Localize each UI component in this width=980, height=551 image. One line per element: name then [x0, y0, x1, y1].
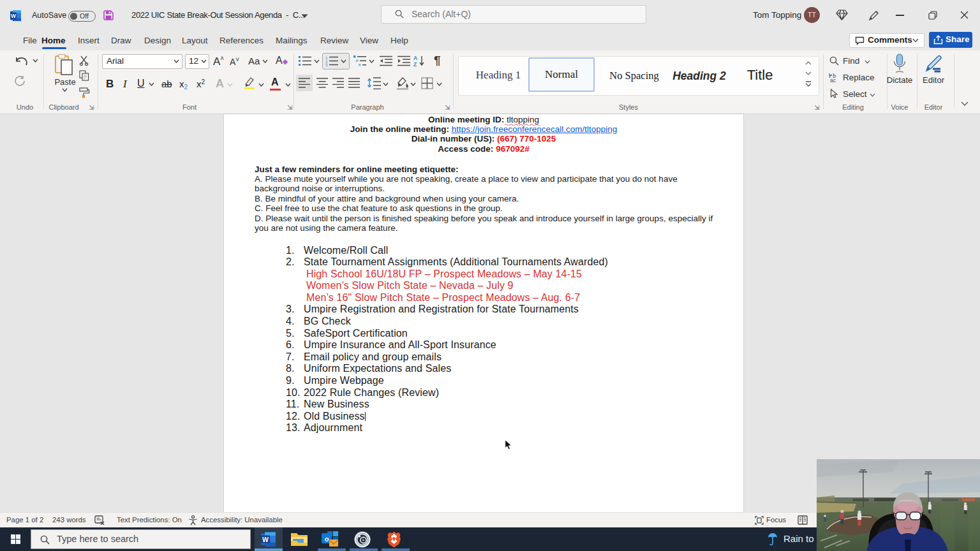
- svg-text:o: o: [325, 535, 329, 543]
- svg-text:3: 3: [325, 63, 328, 66]
- svg-text:Z: Z: [413, 61, 417, 67]
- svg-text:A: A: [413, 55, 417, 61]
- svg-text:W: W: [11, 13, 16, 19]
- svg-text:ac: ac: [830, 77, 836, 83]
- svg-text:W: W: [262, 536, 269, 543]
